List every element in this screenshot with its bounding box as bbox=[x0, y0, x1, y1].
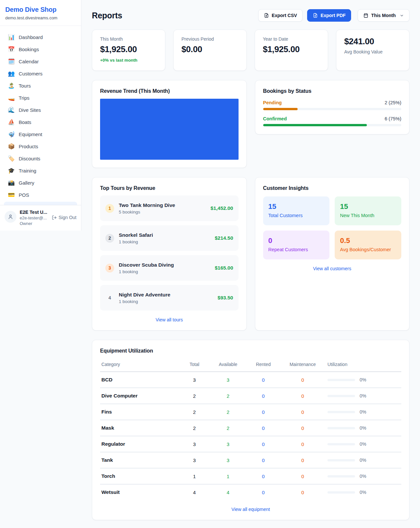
user-name: E2E Test U... bbox=[20, 210, 47, 215]
view-all-equipment-link[interactable]: View all equipment bbox=[100, 507, 401, 512]
sidebar-item-label: Calendar bbox=[19, 59, 39, 64]
sidebar-item-products[interactable]: 📦Products bbox=[4, 140, 77, 152]
cell-available: 2 bbox=[210, 388, 246, 404]
sidebar-item-training[interactable]: 🎓Training bbox=[4, 165, 77, 177]
cell-rented: 0 bbox=[246, 484, 281, 500]
main-content: Reports Export CSV Export PDF This Month… bbox=[81, 0, 420, 528]
column-header: Category bbox=[100, 358, 179, 372]
shop-domain: demo.test.divestreams.com bbox=[5, 15, 76, 20]
status-bar-track bbox=[263, 124, 402, 126]
tour-name: Two Tank Morning Dive bbox=[119, 202, 175, 208]
cell-utilization: 0% bbox=[325, 420, 401, 436]
stat-value: $1,925.00 bbox=[100, 44, 157, 54]
table-header-row: Category Total Available Rented Maintena… bbox=[100, 358, 401, 372]
charts-row: Revenue Trend (This Month) Bookings by S… bbox=[92, 80, 410, 168]
cell-rented: 0 bbox=[246, 388, 281, 404]
sidebar-item-discounts[interactable]: 🏷️Discounts bbox=[4, 152, 77, 165]
sign-out-label: Sign Out bbox=[59, 215, 76, 220]
sidebar-item-pos[interactable]: 💳POS bbox=[4, 189, 77, 201]
sailboat-icon: ⛵ bbox=[8, 119, 14, 125]
column-header: Maintenance bbox=[281, 358, 325, 372]
customer-insights-title: Customer Insights bbox=[263, 185, 402, 191]
cell-utilization: 0% bbox=[325, 372, 401, 388]
cell-maintenance: 0 bbox=[281, 436, 325, 452]
sidebar-user-panel: E2E Test U... e2e-tester@... Owner Sign … bbox=[0, 205, 81, 231]
people-icon: 👥 bbox=[8, 71, 14, 76]
sidebar-item-label: Equipment bbox=[19, 132, 42, 137]
utilization-bar-track bbox=[327, 379, 355, 381]
customer-insights-card: Customer Insights 15 Total Customers 15 … bbox=[255, 177, 410, 331]
file-download-icon bbox=[264, 13, 269, 18]
user-email: e2e-tester@... bbox=[20, 215, 47, 220]
cell-available: 2 bbox=[210, 404, 246, 420]
sign-out-button[interactable]: Sign Out bbox=[52, 215, 76, 220]
cell-rented: 0 bbox=[246, 420, 281, 436]
insight-tile-repeat-customers: 0 Repeat Customers bbox=[263, 231, 330, 259]
sidebar-item-trips[interactable]: 🚤Trips bbox=[4, 92, 77, 104]
tour-row: 4 Night Dive Adventure1 booking $93.50 bbox=[100, 285, 239, 311]
utilization-percent: 0% bbox=[360, 393, 366, 398]
export-csv-button[interactable]: Export CSV bbox=[258, 9, 303, 22]
sidebar-item-label: Bookings bbox=[19, 47, 39, 52]
sidebar-item-dashboard[interactable]: 📊Dashboard bbox=[4, 31, 77, 43]
utilization-bar-track bbox=[327, 411, 355, 413]
sidebar-item-tours[interactable]: 🏝️Tours bbox=[4, 80, 77, 92]
sidebar-item-gallery[interactable]: 📸Gallery bbox=[4, 177, 77, 189]
sidebar-item-bookings[interactable]: 📅Bookings bbox=[4, 43, 77, 55]
cell-category: Fins bbox=[100, 404, 179, 420]
sidebar-item-equipment[interactable]: 🤿Equipment bbox=[4, 128, 77, 140]
insight-value: 15 bbox=[340, 202, 396, 211]
credit-card-icon: 💳 bbox=[8, 192, 14, 198]
sidebar-item-calendar[interactable]: 🗓️Calendar bbox=[4, 55, 77, 68]
tour-bookings: 1 booking bbox=[119, 269, 174, 274]
sidebar-item-label: Dive Sites bbox=[19, 107, 41, 113]
period-label: This Month bbox=[371, 13, 396, 18]
cell-category: Torch bbox=[100, 468, 179, 484]
sidebar-nav: 📊Dashboard 📅Bookings 🗓️Calendar 👥Custome… bbox=[0, 26, 81, 201]
utilization-percent: 0% bbox=[360, 490, 366, 495]
cell-category: BCD bbox=[100, 372, 179, 388]
sidebar: Demo Dive Shop demo.test.divestreams.com… bbox=[0, 0, 81, 231]
sidebar-item-dive-sites[interactable]: 🌊Dive Sites bbox=[4, 104, 77, 116]
sidebar-item-label: Gallery bbox=[19, 180, 34, 186]
view-all-tours-link[interactable]: View all tours bbox=[100, 317, 239, 322]
view-all-customers-link[interactable]: View all customers bbox=[263, 266, 402, 271]
sidebar-item-reports-partial[interactable] bbox=[4, 202, 77, 205]
utilization-percent: 0% bbox=[360, 474, 366, 479]
status-label: Pending bbox=[263, 100, 282, 105]
column-header: Available bbox=[210, 358, 246, 372]
top-tours-card: Top Tours by Revenue 1 Two Tank Morning … bbox=[92, 177, 247, 331]
sidebar-item-label: Customers bbox=[19, 71, 43, 76]
table-row: BCD 3 3 0 0 0% bbox=[100, 372, 401, 388]
stat-value: $0.00 bbox=[181, 44, 239, 54]
cell-maintenance: 0 bbox=[281, 404, 325, 420]
export-pdf-button[interactable]: Export PDF bbox=[307, 9, 351, 22]
table-row: Torch 1 1 0 0 0% bbox=[100, 468, 401, 484]
utilization-bar-track bbox=[327, 443, 355, 445]
tour-name: Night Dive Adventure bbox=[119, 292, 170, 298]
export-csv-label: Export CSV bbox=[272, 13, 297, 18]
insight-tile-new-this-month: 15 New This Month bbox=[335, 196, 401, 225]
rank-badge: 1 bbox=[105, 204, 114, 213]
utilization-percent: 0% bbox=[360, 457, 366, 463]
sidebar-item-customers[interactable]: 👥Customers bbox=[4, 68, 77, 80]
rank-badge: 2 bbox=[105, 234, 114, 243]
stat-label: Avg Booking Value bbox=[344, 49, 401, 54]
stat-card-avg-booking-value: $241.00 Avg Booking Value bbox=[336, 30, 410, 71]
cell-rented: 0 bbox=[246, 468, 281, 484]
table-row: Wetsuit 4 4 0 0 0% bbox=[100, 484, 401, 500]
table-row: Fins 2 2 0 0 0% bbox=[100, 404, 401, 420]
calendar-pad-icon: 🗓️ bbox=[8, 59, 14, 64]
page-title: Reports bbox=[92, 11, 122, 20]
cell-total: 2 bbox=[179, 388, 210, 404]
cell-total: 3 bbox=[179, 372, 210, 388]
sidebar-item-boats[interactable]: ⛵Boats bbox=[4, 116, 77, 128]
header-actions: Export CSV Export PDF This Month bbox=[258, 9, 410, 22]
cell-total: 2 bbox=[179, 420, 210, 436]
period-dropdown[interactable]: This Month bbox=[358, 9, 410, 22]
column-header: Rented bbox=[246, 358, 281, 372]
utilization-percent: 0% bbox=[360, 409, 366, 415]
tour-row: 1 Two Tank Morning Dive5 bookings $1,452… bbox=[100, 195, 239, 221]
tour-row: 2 Snorkel Safari1 booking $214.50 bbox=[100, 225, 239, 251]
tour-revenue: $165.00 bbox=[215, 265, 233, 271]
